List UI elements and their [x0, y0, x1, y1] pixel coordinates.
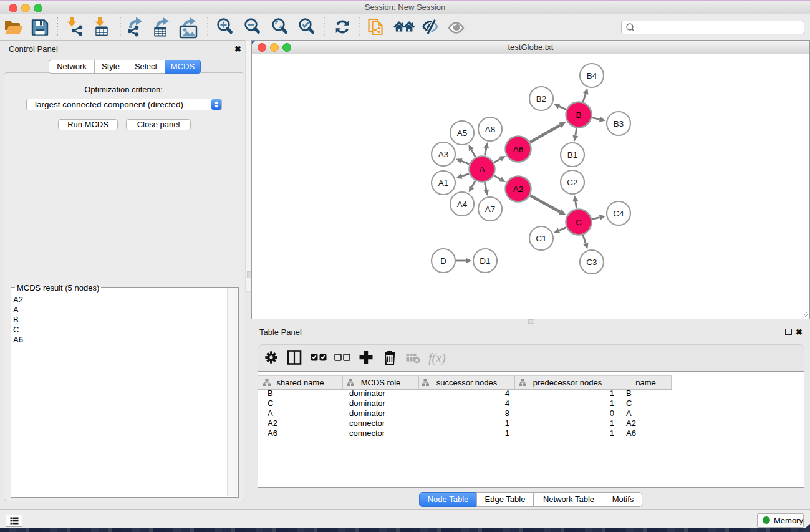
svg-text:A8: A8	[485, 125, 496, 134]
svg-text:A3: A3	[438, 150, 449, 159]
svg-text:A5: A5	[457, 128, 468, 138]
svg-text:B3: B3	[614, 119, 624, 128]
svg-text:C1: C1	[536, 234, 546, 243]
svg-text:A4: A4	[457, 200, 468, 209]
svg-text:A2: A2	[513, 185, 524, 194]
svg-text:D: D	[440, 256, 446, 266]
svg-text:C4: C4	[613, 209, 624, 218]
svg-text:C: C	[576, 218, 582, 227]
svg-text:C3: C3	[586, 258, 597, 267]
svg-text:B4: B4	[587, 71, 597, 80]
svg-text:D1: D1	[480, 256, 490, 266]
svg-text:A6: A6	[513, 145, 524, 154]
svg-text:B1: B1	[567, 150, 578, 160]
svg-text:A1: A1	[438, 178, 449, 188]
svg-text:A: A	[479, 165, 485, 174]
svg-text:B2: B2	[536, 94, 547, 104]
svg-text:A7: A7	[485, 205, 496, 214]
svg-text:f(x): f(x)	[428, 351, 446, 365]
svg-text:C2: C2	[567, 178, 577, 187]
svg-text:B: B	[576, 110, 581, 120]
